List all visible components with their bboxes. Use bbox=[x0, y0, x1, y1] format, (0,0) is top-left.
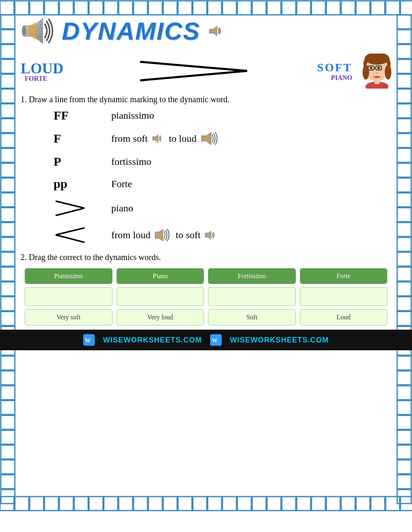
question-1: 1. Draw a line from the dynamic marking … bbox=[21, 95, 391, 104]
svg-line-29 bbox=[56, 235, 84, 242]
svg-point-20 bbox=[363, 65, 369, 80]
svg-point-15 bbox=[377, 67, 380, 69]
footer: W WISEWORKSHEETS.COM W WISEWORKSHEETS.CO… bbox=[0, 330, 412, 350]
drag-btn-fortissimo[interactable]: Fortissimo bbox=[208, 268, 296, 284]
match-symbol-decrescendo bbox=[29, 226, 111, 244]
title-dynamics: DYNAMICS bbox=[62, 17, 200, 45]
match-word-fortissimo: fortissimo bbox=[111, 155, 383, 169]
crescendo-svg bbox=[140, 58, 247, 84]
speaker-tosoft-icon bbox=[204, 230, 218, 241]
matching-table: FF pianissimo F from soft to loud bbox=[29, 108, 383, 244]
teacher-avatar bbox=[363, 54, 391, 89]
svg-marker-3 bbox=[28, 22, 36, 40]
loud-soft-row: LOUD FORTE SOFT PIANO bbox=[21, 54, 391, 89]
svg-point-2 bbox=[22, 26, 26, 36]
drop-box-1[interactable] bbox=[25, 287, 112, 306]
svg-point-17 bbox=[374, 76, 380, 78]
drop-box-2[interactable] bbox=[117, 287, 204, 306]
drag-section: 2. Drag the correct to the dynamics word… bbox=[21, 253, 391, 326]
match-symbol-crescendo bbox=[29, 199, 111, 218]
svg-line-26 bbox=[56, 201, 84, 208]
loud-label: LOUD bbox=[21, 60, 70, 77]
match-word-pianissimo: pianissimo bbox=[111, 108, 383, 122]
match-symbol-f: F bbox=[29, 131, 111, 146]
drag-word-soft[interactable]: Soft bbox=[208, 309, 296, 326]
drag-drop-boxes bbox=[25, 287, 387, 306]
drop-box-3[interactable] bbox=[208, 287, 296, 306]
match-symbol-p: P bbox=[29, 155, 111, 169]
match-symbol-pp: pp bbox=[29, 177, 111, 191]
soft-label: SOFT bbox=[317, 61, 352, 74]
crescendo-symbol bbox=[70, 58, 317, 84]
speaker-soft-icon bbox=[151, 133, 166, 144]
speaker-large-icon bbox=[21, 16, 58, 45]
speaker-fromloud-icon bbox=[154, 228, 172, 242]
svg-line-7 bbox=[140, 71, 247, 80]
svg-text:W: W bbox=[212, 337, 218, 344]
drop-box-4[interactable] bbox=[300, 287, 388, 306]
header: DYNAMICS bbox=[21, 16, 391, 45]
svg-line-6 bbox=[140, 62, 247, 71]
footer-text-right: WISEWORKSHEETS.COM bbox=[230, 336, 329, 345]
question-2: 2. Drag the correct to the dynamics word… bbox=[21, 253, 391, 262]
svg-point-21 bbox=[385, 65, 391, 80]
main-content: DYNAMICS LOUD FORTE bbox=[21, 16, 391, 326]
question-1-text: 1. Draw a line from the dynamic marking … bbox=[21, 95, 229, 104]
svg-point-14 bbox=[370, 67, 372, 69]
drag-btn-pianissimo[interactable]: Pianissimo bbox=[25, 268, 112, 284]
drag-btn-forte[interactable]: Forte bbox=[300, 268, 388, 284]
match-word-piano: piano bbox=[111, 199, 383, 218]
question-2-text: 2. Drag the correct to the dynamics word… bbox=[21, 253, 161, 262]
speaker-loud-icon bbox=[200, 131, 220, 146]
drag-buttons-row: Pianissimo Piano Fortissimo Forte bbox=[25, 268, 387, 284]
drag-word-verysoft[interactable]: Very soft bbox=[25, 309, 112, 326]
svg-line-27 bbox=[56, 208, 84, 216]
speaker-small-icon bbox=[208, 25, 224, 37]
svg-point-16 bbox=[376, 72, 378, 74]
forte-label: FORTE bbox=[25, 75, 70, 82]
svg-line-28 bbox=[56, 228, 84, 235]
match-symbol-ff: FF bbox=[29, 108, 111, 122]
match-word-fromsoft: from soft to loud bbox=[111, 131, 383, 146]
footer-text-left: WISEWORKSHEETS.COM bbox=[103, 336, 202, 345]
footer-logo-left: W bbox=[83, 334, 95, 346]
drag-btn-piano[interactable]: Piano bbox=[117, 268, 204, 284]
drag-word-loud[interactable]: Loud bbox=[300, 309, 388, 326]
match-word-forte: Forte bbox=[111, 177, 383, 191]
drag-word-buttons: Very soft Very loud Soft Loud bbox=[25, 309, 387, 326]
page: // We'll generate these in the main scri… bbox=[0, 0, 412, 532]
border-top: // We'll generate these in the main scri… bbox=[0, 0, 412, 16]
loud-column: LOUD FORTE bbox=[21, 60, 70, 82]
piano-label: PIANO bbox=[331, 74, 352, 82]
drag-word-veryloud[interactable]: Very loud bbox=[117, 309, 204, 326]
svg-text:W: W bbox=[85, 337, 91, 344]
soft-column: SOFT PIANO bbox=[317, 61, 352, 82]
footer-logo-right: W bbox=[210, 334, 222, 346]
match-word-fromloud: from loud to soft bbox=[111, 226, 383, 244]
svg-rect-19 bbox=[375, 79, 379, 84]
svg-marker-25 bbox=[203, 134, 210, 143]
